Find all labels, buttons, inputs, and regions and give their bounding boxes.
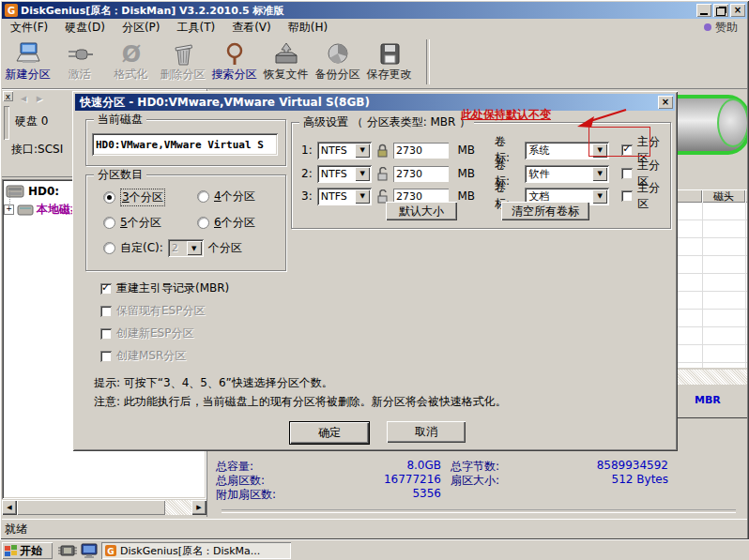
restore-icon xyxy=(716,8,726,16)
tree-item-label: HD0: xyxy=(28,185,59,198)
activate-icon xyxy=(65,42,95,67)
checkbox-label: 创建MSR分区 xyxy=(116,348,186,364)
radio-5-partitions[interactable]: 5个分区 xyxy=(103,215,161,231)
dialog-note-text: 注意: 此功能执行后，当前磁盘上的现有分区将被删除。新分区将会被快速格式化。 xyxy=(94,394,507,410)
tree-expander-icon[interactable]: + xyxy=(4,204,14,215)
taskbar-task-button[interactable]: G DiskGenius[原名：DiskMa... xyxy=(101,542,291,559)
info-divider xyxy=(222,509,736,513)
tree-hscrollbar[interactable]: ◀ ▶ xyxy=(2,500,206,515)
menu-partition[interactable]: 分区(P) xyxy=(114,19,169,36)
new-partition-button[interactable]: 新建分区 xyxy=(2,36,54,86)
checkbox-label: 保留现有ESP分区 xyxy=(116,303,205,319)
custom-count-combobox[interactable]: 2 ▼ xyxy=(168,239,204,257)
sponsor-label: 赞助 xyxy=(715,20,738,36)
cancel-button[interactable]: 取消 xyxy=(387,421,466,443)
minimize-button[interactable] xyxy=(696,4,711,17)
format-button[interactable]: Ø 格式化 xyxy=(105,36,157,86)
fs-type-value: NTFS xyxy=(317,168,354,180)
create-esp-checkbox[interactable]: 创建新ESP分区 xyxy=(100,325,193,341)
menu-bar: 文件(F) 硬盘(D) 分区(P) 工具(T) 查看(V) 帮助(H) 赞助 xyxy=(2,19,747,36)
fs-type-combobox[interactable]: NTFS▼ xyxy=(317,188,373,205)
prev-disk-button[interactable]: ◂ xyxy=(16,91,31,106)
toolbar-label: 新建分区 xyxy=(6,68,51,81)
radio-icon xyxy=(197,217,209,229)
delete-partition-icon xyxy=(168,42,198,67)
menu-tools[interactable]: 工具(T) xyxy=(168,19,223,36)
tree-item-hd0[interactable]: HD0: xyxy=(6,185,59,198)
primary-checkbox[interactable] xyxy=(621,168,633,179)
column-header-head[interactable]: 磁头 xyxy=(702,189,745,203)
restore-button[interactable] xyxy=(713,4,728,17)
delete-partition-button[interactable]: 删除分区 xyxy=(157,36,208,86)
search-partition-icon xyxy=(220,42,250,67)
toolbar-label: 备份分区 xyxy=(315,68,360,81)
activate-button[interactable]: 激活 xyxy=(54,36,105,86)
close-icon: × xyxy=(734,6,741,15)
quicklaunch-chip-button[interactable] xyxy=(58,544,77,560)
radio-label-num: 3 xyxy=(122,190,130,204)
scrollbar-thumb[interactable] xyxy=(17,500,165,515)
quicklaunch-desktop-button[interactable] xyxy=(81,543,98,560)
volume-value: 系统 xyxy=(525,144,590,158)
radio-label: 个分区 xyxy=(128,216,161,229)
fs-type-combobox[interactable]: NTFS▼ xyxy=(317,142,373,159)
unit-label: MB xyxy=(457,144,475,157)
next-disk-button[interactable]: ▸ xyxy=(32,91,47,106)
annotation-highlight-box xyxy=(588,127,650,157)
menu-help[interactable]: 帮助(H) xyxy=(280,19,336,36)
monitor-icon xyxy=(81,543,98,558)
tree-item-local-disk[interactable]: + 本地磁盘 xyxy=(4,202,82,218)
svg-text:G: G xyxy=(107,547,114,556)
row-index: 1: xyxy=(301,144,313,157)
ok-button[interactable]: 确定 xyxy=(289,421,370,445)
save-changes-button[interactable]: 保存更改 xyxy=(363,36,415,86)
lock-open-icon[interactable] xyxy=(376,167,389,181)
radio-4-partitions[interactable]: 4个分区 xyxy=(197,189,255,204)
radio-label: 个分区 xyxy=(130,190,163,204)
close-button[interactable]: × xyxy=(730,4,745,17)
scroll-right-button[interactable]: ▶ xyxy=(191,500,206,515)
radio-3-partitions[interactable]: 3个分区 xyxy=(103,189,165,206)
radio-label-num: 5 xyxy=(120,216,128,229)
current-disk-combobox[interactable]: HD0:VMware,VMware Virtual S xyxy=(92,133,278,156)
recover-files-button[interactable]: 恢复文件 xyxy=(260,36,312,86)
info-value: 8.0GB xyxy=(321,459,441,472)
panel-close-button[interactable]: x xyxy=(3,91,13,101)
grid-column-line xyxy=(745,203,746,368)
create-msr-checkbox[interactable]: 创建MSR分区 xyxy=(100,348,186,364)
annotation-text: 此处保持默认不变 xyxy=(461,107,551,123)
hard-disk-icon xyxy=(6,185,24,198)
status-bar: 就绪 xyxy=(2,519,747,538)
size-input[interactable]: 2730 xyxy=(393,143,450,159)
rebuild-mbr-checkbox[interactable]: ✓ 重建主引导记录(MBR) xyxy=(100,280,229,296)
backup-partition-icon xyxy=(323,42,353,67)
size-input[interactable]: 2730 xyxy=(393,166,450,182)
backup-partition-button[interactable]: 备份分区 xyxy=(312,36,363,86)
unit-label: MB xyxy=(457,167,475,180)
keep-esp-checkbox[interactable]: 保留现有ESP分区 xyxy=(100,303,205,319)
menu-disk[interactable]: 硬盘(D) xyxy=(56,19,114,36)
clear-volume-labels-button[interactable]: 清空所有卷标 xyxy=(501,202,589,220)
radio-icon xyxy=(103,217,115,229)
disk-selector-scrollbar[interactable] xyxy=(4,106,9,140)
sponsor-link[interactable]: 赞助 xyxy=(704,20,738,36)
radio-custom-partitions[interactable]: 自定(C): 2 ▼ 个分区 xyxy=(103,239,242,257)
radio-6-partitions[interactable]: 6个分区 xyxy=(197,215,255,231)
search-partition-button[interactable]: 搜索分区 xyxy=(208,36,260,86)
default-size-button[interactable]: 默认大小 xyxy=(386,202,457,220)
menu-view[interactable]: 查看(V) xyxy=(223,19,280,36)
primary-checkbox[interactable] xyxy=(621,190,633,202)
disk-icon xyxy=(17,204,34,216)
dialog-close-button[interactable]: × xyxy=(658,96,673,109)
minimize-icon xyxy=(700,13,708,15)
radio-label: 个分区 xyxy=(222,216,255,229)
info-value: 5356 xyxy=(321,487,441,500)
start-button[interactable]: 开始 xyxy=(2,542,53,559)
recover-files-icon xyxy=(271,42,301,67)
scroll-right-icon: ▶ xyxy=(196,504,201,511)
disk-number-label: 硬盘 0 xyxy=(15,114,48,129)
column-header-extra[interactable] xyxy=(745,189,747,203)
lock-closed-icon[interactable] xyxy=(376,144,389,158)
menu-file[interactable]: 文件(F) xyxy=(2,19,56,36)
scroll-left-button[interactable]: ◀ xyxy=(2,500,17,515)
